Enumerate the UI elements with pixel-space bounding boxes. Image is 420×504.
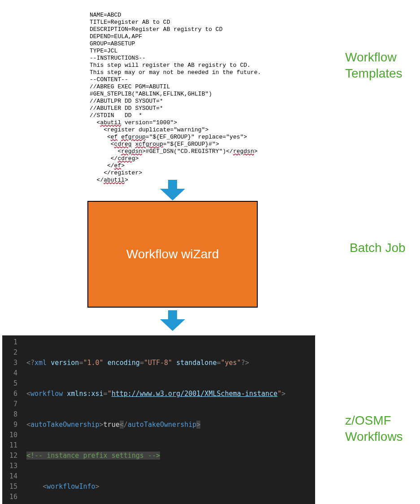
- tmpl-line: //STDIN DD *: [90, 112, 142, 119]
- line-number: 16: [2, 492, 17, 502]
- workflow-template-code: NAME=ABCD TITLE=Register AB to CD DESCRI…: [90, 4, 261, 184]
- line-number: 7: [2, 399, 17, 409]
- tmpl-line: DESCRIPTION=Register AB registry to CD: [90, 26, 222, 33]
- tmpl-line: DEPEND=EULA,APF: [90, 33, 142, 40]
- xml-editor: 1 2 3 4 5 6 7 8 9 10 11 12 13 14 15 16 <…: [2, 335, 315, 504]
- tmpl-xml-line: </cdreg>: [90, 155, 139, 162]
- arrow-down-icon: [159, 180, 186, 200]
- tmpl-line: #GEN_STEPLIB("ABLINK,EFLINK,GHLIB"): [90, 91, 212, 97]
- tmpl-xml-line: <cdreg xcfgroup="${EF_GROUP}#">: [90, 141, 219, 148]
- tmpl-line: TITLE=Register AB to CD: [90, 19, 170, 26]
- tmpl-line: This step may or may not be needed in th…: [90, 69, 261, 76]
- code-line: <!-- instance prefix settings -->: [26, 451, 315, 461]
- line-number: 1: [2, 337, 17, 348]
- arrow-down-icon: [159, 310, 186, 331]
- tmpl-line: //ABUTLER DD SYSOUT=*: [90, 105, 163, 112]
- tmpl-xml-line: </abutil>: [90, 177, 128, 183]
- tmpl-line: This step will register the AB registry …: [90, 62, 251, 69]
- line-number: 15: [2, 482, 17, 492]
- tmpl-line: GROUP=ABSETUP: [90, 40, 135, 47]
- line-number: 8: [2, 409, 17, 420]
- tmpl-line: --INSTRUCTIONS--: [90, 55, 146, 61]
- wizard-title: Workflow wiZard: [126, 247, 219, 261]
- line-number: 10: [2, 430, 17, 440]
- editor-content[interactable]: <?xml version="1.0" encoding="UTF-8" sta…: [21, 335, 315, 504]
- line-number: 9: [2, 420, 17, 430]
- tmpl-xml-line: <ef efgroup="${EF_GROUP}" replace="yes">: [90, 134, 247, 140]
- line-number: 11: [2, 440, 17, 451]
- line-number: 6: [2, 389, 17, 399]
- label-batch-job: Batch Job: [350, 240, 406, 256]
- line-number: 14: [2, 471, 17, 482]
- code-line: <workflow xmlns:xsi="http://www.w3.org/2…: [26, 389, 315, 399]
- tmpl-line: TYPE=JCL: [90, 48, 117, 54]
- code-line: <autoTakeOwnership>true</autoTakeOwnersh…: [26, 420, 315, 430]
- tmpl-line: //ABUTLPR DD SYSOUT=*: [90, 98, 163, 104]
- line-number: 13: [2, 461, 17, 471]
- tmpl-line: NAME=ABCD: [90, 12, 121, 18]
- tmpl-line: --CONTENT--: [90, 76, 128, 83]
- label-zosmf-workflows: z/OSMF Workflows: [345, 413, 420, 445]
- line-number: 4: [2, 368, 17, 378]
- tmpl-xml-line: <register duplicate="warning">: [90, 126, 208, 133]
- line-number: 3: [2, 358, 17, 368]
- code-line: <workflowInfo>: [26, 482, 315, 492]
- tmpl-xml-line: <regdsn>#GET_DSN("CD.REGISTRY")</regdsn>: [90, 148, 258, 155]
- tmpl-xml-line: <abutil version="1000">: [90, 119, 177, 126]
- tmpl-xml-line: </ef>: [90, 162, 125, 169]
- editor-gutter: 1 2 3 4 5 6 7 8 9 10 11 12 13 14 15 16: [2, 335, 21, 504]
- tmpl-line: //ABREG EXEC PGM=ABUTIL: [90, 83, 170, 90]
- workflow-wizard-box: Workflow wiZard: [87, 201, 258, 308]
- diagram-container: NAME=ABCD TITLE=Register AB to CD DESCRI…: [0, 0, 420, 504]
- tmpl-xml-line: </register>: [90, 169, 142, 176]
- line-number: 2: [2, 348, 17, 358]
- line-number: 12: [2, 451, 17, 461]
- code-line: <?xml version="1.0" encoding="UTF-8" sta…: [26, 358, 315, 368]
- line-number: 5: [2, 378, 17, 389]
- label-workflow-templates: Workflow Templates: [345, 49, 420, 82]
